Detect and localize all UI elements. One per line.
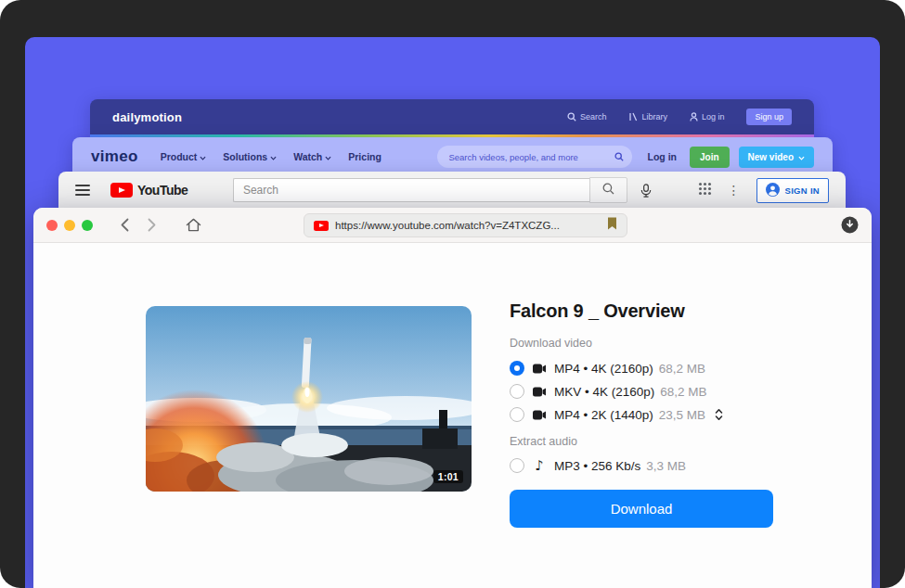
format-label: MKV • 4K (2160p) — [554, 385, 654, 399]
address-bar[interactable]: https://www.youtube.com/watch?v=Z4TXCZG.… — [304, 213, 627, 237]
minimize-button[interactable] — [64, 220, 75, 231]
nav-label: Product — [161, 151, 198, 162]
download-video-label: Download video — [510, 337, 788, 350]
youtube-header-actions: ⋮ SIGN IN — [698, 178, 829, 203]
radio-unselected[interactable] — [510, 458, 524, 473]
microphone-icon[interactable] — [640, 184, 653, 198]
dailymotion-logo[interactable]: dailymotion — [112, 110, 182, 124]
chevron-down-icon — [200, 151, 206, 162]
nav-label: Pricing — [348, 151, 381, 162]
videocam-icon — [532, 387, 547, 397]
chevron-down-icon — [270, 151, 277, 162]
rocket-launch-image — [146, 306, 472, 492]
search-icon — [567, 112, 576, 121]
video-thumbnail: 1:01 — [146, 306, 472, 492]
file-size: 23,5 MB — [659, 408, 705, 422]
dailymotion-window: dailymotion Search L — [90, 99, 814, 137]
file-size: 68,2 MB — [660, 385, 706, 399]
vimeo-nav-pricing[interactable]: Pricing — [348, 151, 381, 162]
chevron-down-icon — [325, 151, 331, 162]
vimeo-window: vimeo Product Solutions Watch — [72, 137, 833, 176]
youtube-search-input[interactable] — [233, 178, 589, 202]
radio-unselected[interactable] — [510, 384, 524, 399]
duration-badge: 1:01 — [433, 470, 463, 483]
kebab-menu-icon[interactable]: ⋮ — [728, 184, 741, 197]
videocam-icon — [532, 364, 547, 374]
dailymotion-signup-button[interactable]: Sign up — [746, 109, 792, 125]
dailymotion-search-link[interactable]: Search — [567, 112, 607, 121]
vimeo-login-link[interactable]: Log in — [647, 151, 677, 162]
vimeo-search — [437, 146, 632, 168]
dailymotion-library-link[interactable]: Library — [628, 112, 667, 121]
video-title: Falcon 9 _ Overview — [510, 300, 788, 322]
vimeo-nav-watch[interactable]: Watch — [293, 151, 331, 162]
nav-label: Watch — [293, 151, 322, 162]
downloader-content: 1:01 Falcon 9 _ Overview Download video … — [33, 243, 872, 588]
browser-toolbar: https://www.youtube.com/watch?v=Z4TXCZG.… — [33, 208, 872, 243]
vimeo-search-input[interactable] — [437, 146, 632, 168]
video-option-row[interactable]: MP4 • 4K (2160p) 68,2 MB — [510, 357, 788, 379]
downloader-window: https://www.youtube.com/watch?v=Z4TXCZG.… — [33, 208, 872, 588]
bookmark-icon[interactable] — [607, 217, 617, 234]
close-button[interactable] — [46, 220, 58, 231]
hamburger-menu-icon[interactable] — [75, 185, 90, 196]
vimeo-join-button[interactable]: Join — [690, 147, 730, 168]
library-icon — [628, 112, 638, 121]
videocam-icon — [532, 410, 547, 420]
nav-label: Solutions — [223, 151, 267, 162]
search-icon — [602, 182, 614, 198]
file-size: 3,3 MB — [646, 459, 686, 473]
window-controls — [46, 220, 93, 231]
youtube-play-icon — [110, 183, 133, 198]
youtube-signin-button[interactable]: SIGN IN — [756, 178, 829, 203]
youtube-logo[interactable]: YouTube — [110, 183, 187, 198]
youtube-search — [233, 177, 653, 203]
expand-options-icon[interactable] — [715, 408, 723, 421]
youtube-wordmark: YouTube — [137, 183, 187, 198]
youtube-window: YouTube — [58, 172, 846, 212]
user-icon — [690, 112, 698, 121]
device-frame: dailymotion Search L — [0, 0, 905, 588]
vimeo-nav: Product Solutions Watch — [161, 151, 381, 162]
file-size: 68,2 MB — [659, 362, 705, 376]
format-label: MP4 • 2K (1440p) — [554, 408, 653, 422]
dailymotion-nav: Search Library Log — [567, 109, 792, 125]
chevron-down-icon — [798, 152, 805, 162]
youtube-search-button[interactable] — [589, 177, 627, 203]
dailymotion-login-label: Log in — [702, 112, 725, 121]
youtube-favicon — [314, 221, 329, 231]
download-panel: Falcon 9 _ Overview Download video MP4 •… — [510, 300, 788, 528]
radio-selected[interactable] — [510, 361, 524, 376]
audio-option-row[interactable]: ♪ MP3 • 256 Kb/s 3,3 MB — [510, 454, 788, 477]
back-button[interactable] — [111, 218, 138, 232]
video-option-row[interactable]: MKV • 4K (2160p) 68,2 MB — [510, 380, 788, 403]
apps-grid-icon[interactable] — [698, 182, 712, 199]
video-option-row[interactable]: MP4 • 2K (1440p) 23,5 MB — [510, 403, 788, 426]
extract-audio-label: Extract audio — [510, 435, 788, 448]
desktop-background: dailymotion Search L — [25, 37, 880, 588]
signin-label: SIGN IN — [785, 185, 820, 196]
download-button[interactable]: Download — [510, 490, 773, 528]
downloads-icon[interactable] — [841, 216, 859, 234]
forward-button[interactable] — [138, 218, 165, 232]
format-label: MP4 • 4K (2160p) — [554, 362, 653, 376]
new-video-label: New video — [748, 152, 794, 162]
zoom-button[interactable] — [82, 220, 93, 231]
vimeo-nav-product[interactable]: Product — [161, 151, 207, 162]
music-note-icon: ♪ — [532, 459, 547, 473]
vimeo-nav-solutions[interactable]: Solutions — [223, 151, 277, 162]
format-label: MP3 • 256 Kb/s — [554, 459, 640, 473]
radio-unselected[interactable] — [510, 407, 524, 422]
dailymotion-search-label: Search — [580, 112, 607, 121]
dailymotion-login-link[interactable]: Log in — [690, 112, 725, 121]
vimeo-new-video-button[interactable]: New video — [739, 147, 814, 168]
url-text: https://www.youtube.com/watch?v=Z4TXCZG.… — [335, 220, 601, 231]
vimeo-logo[interactable]: vimeo — [91, 147, 138, 166]
dailymotion-library-label: Library — [641, 112, 667, 121]
account-icon — [766, 183, 780, 198]
home-icon[interactable] — [186, 218, 201, 232]
